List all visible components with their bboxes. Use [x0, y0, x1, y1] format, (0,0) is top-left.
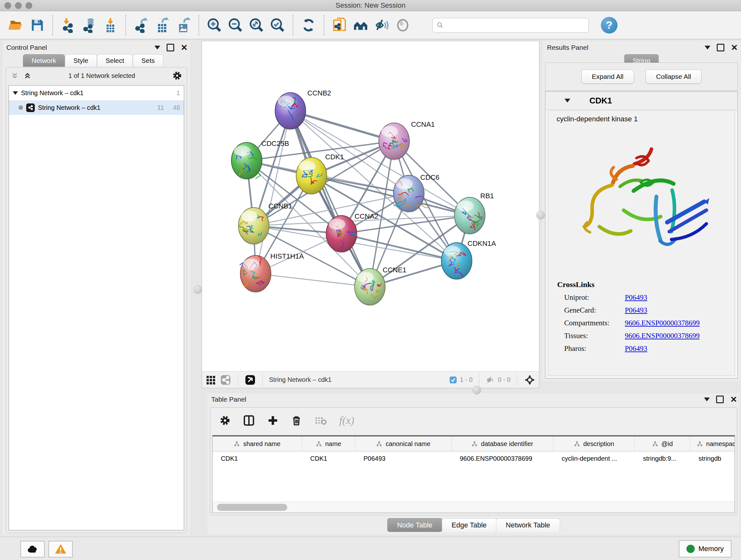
divider	[262, 374, 263, 386]
zoom-in-button[interactable]	[204, 14, 225, 37]
memory-button[interactable]: Memory	[679, 540, 731, 557]
collapse-all-icon[interactable]	[10, 71, 19, 80]
tab-select[interactable]: Select	[97, 54, 133, 67]
tab-node-table[interactable]: Node Table	[387, 518, 442, 532]
gene-description: cyclin-dependent kinase 1	[548, 111, 735, 126]
crosslink-link[interactable]: 9606.ENSP00000378699	[625, 332, 700, 340]
tab-network[interactable]: Network	[23, 54, 65, 67]
node-CCNA2[interactable]: CCNA2	[326, 212, 379, 253]
expand-all-button[interactable]: Expand All	[582, 70, 634, 84]
warning-icon	[54, 543, 67, 556]
column-header-@id[interactable]: @id	[635, 436, 690, 451]
column-header-name[interactable]: name	[302, 436, 355, 451]
column-header-database-identifier[interactable]: database identifier	[452, 436, 553, 451]
divider	[479, 374, 479, 386]
new-network-from-selection-button[interactable]	[329, 14, 350, 37]
selected-checkbox-icon[interactable]	[449, 376, 457, 384]
collapse-all-button[interactable]: Collapse All	[646, 70, 702, 84]
maximize-window-button[interactable]	[25, 2, 32, 9]
panel-menu-icon[interactable]	[704, 397, 710, 401]
zoom-out-button[interactable]	[225, 14, 246, 37]
function-builder-icon[interactable]: f(x)	[339, 415, 354, 427]
crosslink-link[interactable]: P06493	[625, 345, 647, 353]
table-row[interactable]: CDK1CDK1P064939606.ENSP00000378699cyclin…	[212, 451, 735, 465]
node-CCNB2[interactable]: CCNB2	[275, 89, 331, 130]
node-CCNE1[interactable]: CCNE1	[354, 266, 407, 306]
left-splitter-handle[interactable]	[193, 285, 202, 294]
export-table-icon	[155, 17, 170, 33]
selected-count: 1 - 0	[460, 376, 473, 383]
gene-collapse-icon[interactable]	[564, 99, 570, 103]
node-RB1[interactable]: RB1	[455, 192, 494, 235]
import-table-button[interactable]	[100, 14, 121, 37]
delete-table-icon[interactable]	[314, 414, 327, 427]
panel-menu-icon[interactable]	[704, 46, 711, 50]
open-session-button[interactable]	[6, 14, 27, 37]
network-view-toolbar: String Network – cdk1 1 - 0 0 - 0	[202, 371, 539, 388]
tab-network-table[interactable]: Network Table	[496, 518, 560, 532]
export-image-button[interactable]	[173, 14, 194, 37]
panel-float-icon[interactable]	[717, 44, 724, 51]
delete-column-icon[interactable]	[291, 415, 302, 426]
crosslink-link[interactable]: P06493	[625, 306, 647, 314]
show-all-button[interactable]	[392, 14, 413, 37]
table-gear-icon[interactable]	[219, 415, 231, 426]
import-network-database-button[interactable]	[79, 14, 100, 37]
tab-sets[interactable]: Sets	[133, 54, 163, 67]
grid-view-icon[interactable]	[205, 374, 216, 385]
panel-menu-icon[interactable]	[154, 46, 160, 50]
network-collection-row[interactable]: String Network – cdk1 1	[9, 85, 184, 100]
bottom-splitter-handle[interactable]	[472, 386, 481, 395]
horizontal-scrollbar[interactable]	[212, 502, 735, 513]
search-input[interactable]	[446, 21, 585, 29]
panel-close-icon[interactable]: ✕	[181, 44, 188, 52]
import-network-file-button[interactable]	[58, 14, 79, 37]
network-row[interactable]: String Network – cdk1 11 48	[9, 100, 184, 115]
node-CCNA1[interactable]: CCNA1	[379, 120, 435, 161]
export-network-button[interactable]	[131, 14, 152, 37]
scrollbar-thumb[interactable]	[217, 504, 287, 511]
pan-crosshair-icon[interactable]	[524, 374, 536, 386]
panel-close-icon[interactable]: ✕	[731, 44, 738, 52]
results-panel-title: Results Panel	[547, 44, 704, 51]
close-window-button[interactable]	[4, 2, 11, 9]
warnings-button[interactable]	[49, 541, 73, 557]
node-CDKN1A[interactable]: CDKN1A	[441, 240, 496, 280]
panel-float-icon[interactable]	[716, 395, 724, 403]
crosslink-link[interactable]: P06493	[625, 294, 647, 302]
minimize-window-button[interactable]	[15, 2, 22, 9]
gear-icon[interactable]	[172, 71, 182, 81]
add-column-icon[interactable]	[267, 415, 279, 426]
column-header-shared-name[interactable]: shared name	[212, 436, 302, 451]
panel-close-icon[interactable]: ✕	[730, 395, 737, 403]
right-splitter-handle[interactable]	[536, 211, 545, 220]
zoom-fit-button[interactable]	[246, 14, 267, 37]
collection-expand-icon[interactable]	[13, 91, 18, 95]
panel-float-icon[interactable]	[166, 44, 174, 51]
column-header-description[interactable]: description	[553, 436, 635, 451]
birdseye-view-icon[interactable]	[220, 374, 231, 386]
hierarchy-icon	[574, 441, 580, 447]
save-session-button[interactable]	[27, 14, 48, 37]
hide-selected-button[interactable]	[371, 14, 392, 37]
zoom-selected-button[interactable]	[267, 14, 288, 37]
gene-section-header[interactable]: CDK1	[545, 91, 738, 110]
open-in-window-icon[interactable]	[245, 374, 256, 386]
first-neighbors-button[interactable]	[350, 14, 371, 37]
node-CDC6[interactable]: CDC6	[394, 173, 440, 213]
apply-layout-button[interactable]	[298, 14, 319, 37]
show-columns-icon[interactable]	[243, 415, 255, 427]
crosslink-link[interactable]: 9606.ENSP00000378699	[625, 319, 700, 327]
tab-edge-table[interactable]: Edge Table	[442, 518, 496, 532]
hidden-eye-icon[interactable]	[486, 375, 495, 385]
network-canvas[interactable]: CCNB2CCNA1CDC25BCDK1CDC6RB1CCNB1CCNA2CDK…	[202, 41, 539, 371]
help-button[interactable]: ?	[601, 17, 617, 34]
tab-style[interactable]: Style	[65, 54, 97, 67]
node-CDK1[interactable]: CDK1	[296, 153, 344, 195]
export-table-button[interactable]	[152, 14, 173, 37]
expand-all-icon[interactable]	[23, 71, 31, 80]
column-header-namespace[interactable]: namespace	[690, 436, 735, 451]
automation-cloud-button[interactable]	[20, 541, 45, 557]
column-header-canonical-name[interactable]: canonical name	[355, 436, 452, 451]
node-HIST1H1A[interactable]: HIST1H1A	[240, 252, 304, 293]
